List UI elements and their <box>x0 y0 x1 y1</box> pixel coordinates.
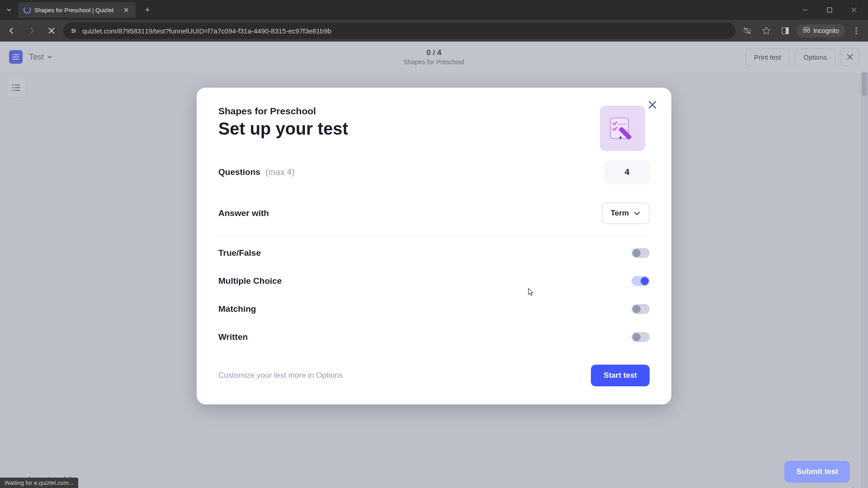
maximize-icon[interactable] <box>819 3 840 17</box>
tab-close-icon[interactable] <box>122 6 130 14</box>
browser-tab[interactable]: Shapes for Preschool | Quizlet <box>18 2 136 18</box>
answer-with-dropdown[interactable]: Term <box>602 202 650 224</box>
questions-hint: (max 4) <box>265 167 294 177</box>
multiple-choice-toggle[interactable] <box>632 276 650 286</box>
written-label: Written <box>218 332 248 342</box>
answer-with-label: Answer with <box>218 208 269 218</box>
window-controls <box>795 3 864 17</box>
svg-point-7 <box>807 30 810 33</box>
svg-rect-0 <box>827 8 832 12</box>
questions-count-input[interactable] <box>604 160 650 184</box>
true-false-toggle[interactable] <box>632 248 650 258</box>
start-test-button[interactable]: Start test <box>591 365 650 386</box>
tab-title: Shapes for Preschool | Quizlet <box>34 7 118 14</box>
browser-status-text: Waiting for e.quizlet.com... <box>0 478 78 488</box>
side-panel-icon[interactable] <box>777 23 793 39</box>
back-icon[interactable] <box>4 23 20 39</box>
tab-search-dropdown[interactable] <box>4 4 14 16</box>
svg-rect-5 <box>786 28 788 34</box>
svg-point-2 <box>75 30 76 32</box>
setup-test-modal: Shapes for Preschool Set up your test Qu… <box>197 88 671 404</box>
modal-subtitle: Shapes for Preschool <box>218 106 348 117</box>
modal-close-button[interactable] <box>644 97 660 113</box>
questions-label: Questions <box>218 167 260 177</box>
eye-off-icon[interactable] <box>739 23 755 39</box>
svg-point-6 <box>803 30 806 33</box>
true-false-row: True/False <box>218 239 650 267</box>
written-toggle[interactable] <box>632 332 650 342</box>
bookmark-star-icon[interactable] <box>758 23 774 39</box>
loading-spinner-icon <box>24 6 31 14</box>
stop-reload-icon[interactable] <box>43 23 60 39</box>
true-false-label: True/False <box>218 248 261 258</box>
browser-toolbar: quizlet.com/879583119/test?funnelUUID=f7… <box>0 20 868 42</box>
page-content: Test 0 / 4 Shapes for Preschool Print te… <box>0 42 868 488</box>
svg-point-9 <box>856 30 857 32</box>
browser-tab-strip: Shapes for Preschool | Quizlet + <box>0 0 868 20</box>
new-tab-button[interactable]: + <box>141 4 154 16</box>
window-close-icon[interactable] <box>844 3 864 17</box>
matching-row: Matching <box>218 295 650 323</box>
answer-with-row: Answer with Term <box>218 193 650 233</box>
matching-label: Matching <box>218 304 256 314</box>
test-setup-icon <box>600 106 645 151</box>
multiple-choice-label: Multiple Choice <box>218 276 282 286</box>
divider <box>218 236 650 236</box>
forward-icon[interactable] <box>24 23 40 39</box>
chevron-down-icon <box>633 210 641 217</box>
close-icon <box>648 100 657 109</box>
incognito-icon <box>802 27 811 35</box>
svg-point-8 <box>856 28 857 29</box>
address-bar[interactable]: quizlet.com/879583119/test?funnelUUID=f7… <box>63 23 736 39</box>
submit-test-button[interactable]: Submit test <box>784 461 850 483</box>
incognito-chip[interactable]: Incognito <box>796 24 845 38</box>
written-row: Written <box>218 323 650 351</box>
site-settings-icon[interactable] <box>70 27 78 35</box>
questions-row: Questions (max 4) <box>218 151 650 193</box>
minimize-icon[interactable] <box>795 3 816 17</box>
customize-hint: Customize your test more in Options <box>218 371 343 380</box>
svg-point-10 <box>856 33 857 34</box>
multiple-choice-row: Multiple Choice <box>218 267 650 295</box>
modal-title: Set up your test <box>218 119 348 139</box>
matching-toggle[interactable] <box>632 304 650 314</box>
kebab-menu-icon[interactable] <box>848 23 864 39</box>
incognito-label: Incognito <box>813 27 839 34</box>
svg-point-1 <box>72 29 73 30</box>
answer-with-value: Term <box>611 209 629 218</box>
url-text: quizlet.com/879583119/test?funnelUUID=f7… <box>82 27 331 35</box>
svg-point-3 <box>72 32 74 33</box>
